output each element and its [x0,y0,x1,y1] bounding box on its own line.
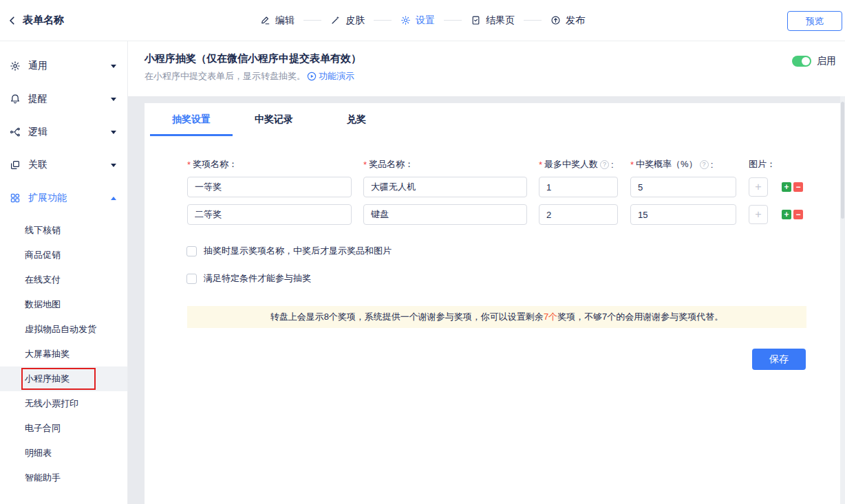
help-icon[interactable]: ? [700,160,709,169]
sidebar-item-online-pay[interactable]: 在线支付 [0,267,127,292]
sidebar-item-virtual-goods[interactable]: 虚拟物品自动发货 [0,317,127,342]
nav-skin[interactable]: 皮肤 [330,14,365,27]
save-button[interactable]: 保存 [752,349,806,370]
add-row-button-2[interactable]: + [782,210,791,219]
checkbox-condition-required[interactable]: 满足特定条件才能参与抽奖 [186,272,311,285]
sidebar-item-data-map[interactable]: 数据地图 [0,292,127,317]
sidebar-item-e-contract[interactable]: 电子合同 [0,416,127,441]
back-icon[interactable] [7,15,18,26]
required-mark: * [630,160,634,170]
play-circle-icon [307,72,317,81]
checkbox-icon [186,274,197,284]
sidebar-item-bigscreen-lottery[interactable]: 大屏幕抽奖 [0,342,127,366]
sidebar-sub-label: 电子合同 [25,422,61,435]
notice-text: 奖项，不够7个的会用谢谢参与奖项代替。 [557,311,723,322]
sidebar-item-label: 扩展功能 [28,192,67,204]
preview-button[interactable]: 预览 [787,11,842,31]
page-subtitle: 在小程序中提交表单后，显示转盘抽奖。 [145,70,306,83]
nav-results-label: 结果页 [486,14,515,27]
sidebar-sub-label: 商品促销 [25,249,61,261]
tab-winning-records[interactable]: 中奖记录 [233,103,315,136]
settings-card: 抽奖设置 中奖记录 兑奖 *奖项名称： *奖品名称： *最多中奖人数?: *中奖… [145,103,845,504]
prize-name-input-1[interactable] [187,177,352,197]
nav-publish-label: 发布 [566,14,585,27]
sidebar-item-general[interactable]: 通用 [0,50,127,83]
label-max-winners: *最多中奖人数?: [539,158,618,171]
label-text: 中奖概率（%） [636,158,698,171]
notice-text: 转盘上会显示8个奖项，系统提供一个谢谢参与奖项，你可以设置剩余 [270,311,544,322]
top-nav: 编辑 皮肤 设置 结果页 发布 [260,0,585,41]
max-winners-input-2[interactable] [539,204,618,225]
tab-redeem[interactable]: 兑奖 [315,103,398,136]
demo-link[interactable]: 功能演示 [307,70,354,83]
sidebar-item-offline-verify[interactable]: 线下核销 [0,218,127,243]
remove-row-button-2[interactable]: − [793,210,803,219]
sidebar-item-logic[interactable]: 逻辑 [0,116,127,149]
nav-divider [303,20,321,21]
sidebar-item-extensions[interactable]: 扩展功能 [0,182,127,215]
gear-icon [10,61,21,72]
product-name-input-2[interactable] [363,204,527,225]
sidebar-item-ai-assistant[interactable]: 智能助手 [0,465,127,490]
sidebar-item-label: 提醒 [28,93,47,105]
clipboard-icon [471,15,481,25]
nav-edit[interactable]: 编辑 [260,14,295,27]
image-upload-button-1[interactable]: + [749,177,768,197]
sidebar-item-label: 通用 [28,60,47,72]
label-text: 图片： [749,158,776,171]
checkbox-show-prize-name[interactable]: 抽奖时显示奖项名称，中奖后才显示奖品和图片 [186,245,392,257]
sidebar-item-reminder[interactable]: 提醒 [0,83,127,116]
chevron-down-icon [111,131,116,134]
nav-skin-label: 皮肤 [345,14,365,27]
gear-icon [400,15,411,25]
add-row-button-1[interactable]: + [782,182,791,192]
label-image: 图片： [749,158,776,171]
chevron-down-icon [111,98,116,101]
relation-icon [10,160,21,171]
enable-label: 启用 [817,55,836,67]
required-mark: * [539,160,542,170]
product-name-input-1[interactable] [363,177,527,197]
label-text: 奖品名称： [369,158,414,171]
tab-bar: 抽奖设置 中奖记录 兑奖 [150,103,398,136]
sidebar-item-receipt-print[interactable]: 无线小票打印 [0,391,127,416]
max-winners-input-1[interactable] [539,177,618,197]
sidebar-sub-label: 明细表 [25,447,52,459]
win-rate-input-1[interactable] [630,177,736,197]
nav-settings[interactable]: 设置 [400,14,435,27]
sidebar-item-promo[interactable]: 商品促销 [0,243,127,267]
label-colon: : [611,160,614,170]
win-rate-input-2[interactable] [630,204,736,225]
scrollbar-thumb[interactable] [841,102,844,219]
label-colon: : [711,160,714,170]
sidebar-sub-label: 数据地图 [25,298,61,311]
required-mark: * [187,160,191,170]
chevron-down-icon [111,65,116,68]
app-window: 表单名称 编辑 皮肤 设置 结果页 [0,0,845,504]
notice-highlight: 7个 [544,311,557,322]
sidebar-item-detail-table[interactable]: 明细表 [0,441,127,465]
sidebar: 通用 提醒 逻辑 关联 扩展功能 线下核销 商品促销 在线支付 数据地图 [0,41,128,504]
sidebar-sub-label: 虚拟物品自动发货 [25,323,96,336]
scrollbar[interactable] [840,96,845,504]
nav-divider [524,20,542,21]
notice-banner: 转盘上会显示8个奖项，系统提供一个谢谢参与奖项，你可以设置剩余7个奖项，不够7个… [187,306,806,328]
back-group: 表单名称 [7,0,64,41]
nav-publish[interactable]: 发布 [550,14,585,27]
sidebar-item-miniprogram-lottery[interactable]: 小程序抽奖 [0,366,127,391]
nav-divider [374,20,392,21]
sidebar-item-relation[interactable]: 关联 [0,149,127,182]
label-text: 奖项名称： [193,158,237,171]
pencil-icon [260,15,270,25]
form-title: 表单名称 [23,14,64,27]
wand-icon [330,15,341,25]
toggle-knob [802,57,810,65]
nav-results[interactable]: 结果页 [471,14,515,27]
image-upload-button-2[interactable]: + [749,205,768,224]
tab-lottery-settings[interactable]: 抽奖设置 [150,103,233,136]
remove-row-button-1[interactable]: − [793,182,803,192]
help-icon[interactable]: ? [600,160,609,169]
label-prize-name: *奖项名称： [187,158,352,171]
enable-toggle[interactable] [792,56,811,67]
prize-name-input-2[interactable] [187,204,352,225]
